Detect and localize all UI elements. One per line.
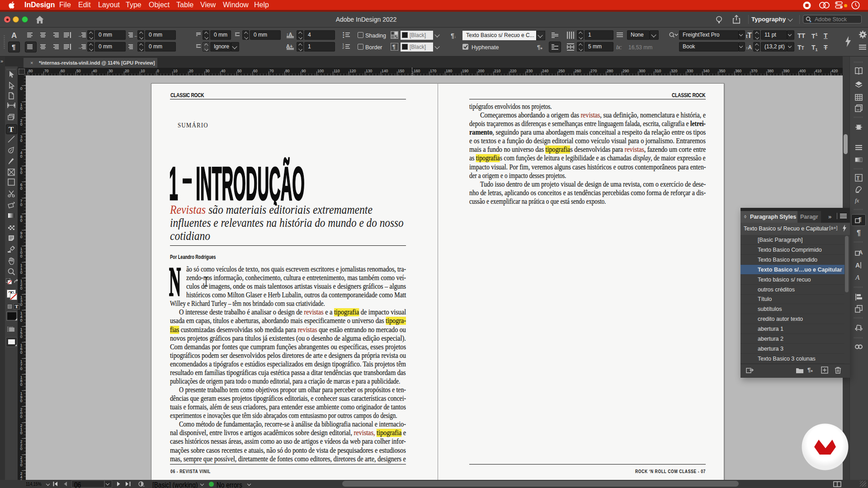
svg-text:N: N	[169, 265, 181, 297]
svg-text:¶: ¶	[392, 44, 396, 50]
svg-text:T̲: T̲	[856, 175, 860, 181]
svg-text:A: A	[859, 249, 863, 256]
svg-text:T: T	[9, 125, 14, 133]
svg-text:A: A	[855, 273, 860, 281]
svg-text:A: A	[855, 262, 860, 269]
svg-text:¶: ¶	[859, 216, 862, 223]
svg-text:¶: ¶	[857, 229, 861, 237]
svg-text:1 INTRODUÇÃO: 1 INTRODUÇÃO	[169, 158, 305, 206]
svg-text:fx: fx	[855, 197, 859, 204]
